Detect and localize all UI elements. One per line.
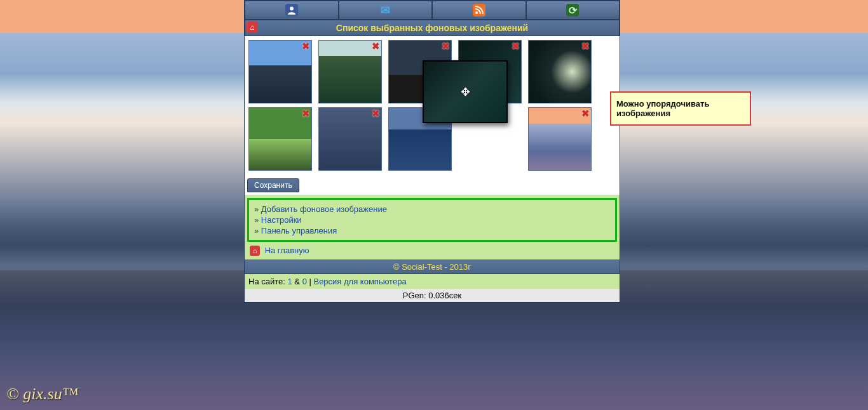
watermark: © gix.su™ <box>6 385 78 404</box>
nav-rss[interactable] <box>432 1 526 20</box>
online-count-2: 0 <box>302 277 307 286</box>
link-line: » Добавить фоновое изображение <box>254 204 610 215</box>
arrow-icon: » <box>254 215 259 225</box>
delete-icon[interactable]: ✖ <box>581 109 590 118</box>
move-cursor-icon: ✥ <box>461 85 470 99</box>
delete-icon[interactable]: ✖ <box>371 109 380 118</box>
home-icon: ⌂ <box>250 246 260 256</box>
page-title: Список выбранных фоновых изображений <box>336 23 528 33</box>
home-button[interactable]: ⌂ <box>247 22 258 33</box>
save-bar: Сохранить <box>245 178 620 195</box>
add-background-link[interactable]: Добавить фоновое изображение <box>261 204 387 214</box>
status-amp: & <box>292 277 302 286</box>
delete-icon[interactable]: ✖ <box>301 109 310 118</box>
arrow-icon: » <box>254 204 259 214</box>
nav-reload[interactable]: ⟳ <box>526 1 620 20</box>
svg-point-0 <box>290 7 294 11</box>
tooltip-callout: Можно упорядочивать изображения <box>610 91 751 126</box>
arrow-icon: » <box>254 226 259 235</box>
delete-icon[interactable]: ✖ <box>301 42 310 51</box>
settings-link[interactable]: Настройки <box>261 215 302 225</box>
delete-icon[interactable]: ✖ <box>371 42 380 51</box>
highlighted-links-box: » Добавить фоновое изображение » Настрой… <box>247 198 617 242</box>
thumb-mountain-river[interactable]: ✖ <box>528 107 592 171</box>
top-nav: ✉ ⟳ <box>245 1 620 20</box>
nav-profile[interactable] <box>245 1 339 20</box>
profile-icon <box>285 4 298 17</box>
dragging-thumb[interactable]: ✥ <box>423 60 508 123</box>
delete-icon[interactable]: ✖ <box>581 42 590 51</box>
title-bar: ⌂ Список выбранных фоновых изображений <box>245 20 620 36</box>
desktop-version-link[interactable]: Версия для компьютера <box>313 277 406 286</box>
status-prefix: На сайте: <box>248 277 287 286</box>
status-sep: | <box>307 277 314 286</box>
delete-icon[interactable]: ✖ <box>441 42 450 51</box>
nav-mail[interactable]: ✉ <box>339 1 433 20</box>
home-line: ⌂ На главную <box>245 243 620 258</box>
main-panel: ✉ ⟳ ⌂ Список выбранных фоновых изображен… <box>244 0 620 303</box>
link-line: » Настройки <box>254 215 610 225</box>
save-button[interactable]: Сохранить <box>247 178 299 192</box>
home-icon: ⌂ <box>250 23 254 32</box>
thumb-green-tree-alley[interactable]: ✖ <box>248 107 312 171</box>
delete-icon[interactable]: ✖ <box>511 42 520 51</box>
rss-icon <box>473 4 485 17</box>
footer-copyright: © Social-Test - 2013г <box>245 260 620 274</box>
thumb-rainy-street[interactable]: ✖ <box>318 107 382 171</box>
thumb-tunnel[interactable]: ✖ <box>528 40 592 103</box>
footer-pgen: PGen: 0.036сек <box>245 289 620 302</box>
control-panel-link[interactable]: Панель управления <box>261 226 337 235</box>
home-link[interactable]: На главную <box>265 246 309 255</box>
link-line: » Панель управления <box>254 225 610 236</box>
mail-icon: ✉ <box>379 4 391 17</box>
footer-status: На сайте: 1 & 0 | Версия для компьютера <box>245 274 620 289</box>
thumbnails-area: ✖ ✖ ✖ ✖ ✖ ✖ <box>245 36 620 178</box>
thumb-pine-forest[interactable]: ✖ <box>318 40 382 103</box>
reload-icon: ⟳ <box>566 4 579 17</box>
links-section: » Добавить фоновое изображение » Настрой… <box>245 195 620 260</box>
svg-point-1 <box>475 11 478 14</box>
online-count-1: 1 <box>287 277 292 286</box>
thumb-city-skyline[interactable]: ✖ <box>248 40 312 103</box>
